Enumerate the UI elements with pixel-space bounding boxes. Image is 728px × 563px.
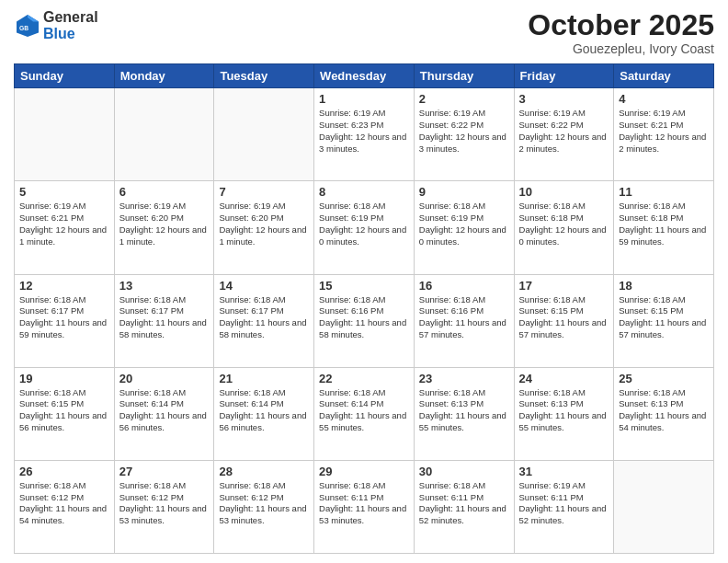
logo-icon: GB [14,12,41,40]
day-info: Sunrise: 6:18 AM Sunset: 6:17 PM Dayligh… [119,294,210,341]
table-row: 18Sunrise: 6:18 AM Sunset: 6:15 PM Dayli… [614,274,714,367]
table-row: 27Sunrise: 6:18 AM Sunset: 6:12 PM Dayli… [114,460,214,553]
table-row: 2Sunrise: 6:19 AM Sunset: 6:22 PM Daylig… [414,88,514,181]
day-info: Sunrise: 6:19 AM Sunset: 6:21 PM Dayligh… [619,108,709,155]
day-number: 3 [519,92,609,106]
table-row: 13Sunrise: 6:18 AM Sunset: 6:17 PM Dayli… [114,274,214,367]
table-row: 29Sunrise: 6:18 AM Sunset: 6:11 PM Dayli… [314,460,415,553]
table-row: 9Sunrise: 6:18 AM Sunset: 6:19 PM Daylig… [414,181,514,274]
day-number: 10 [519,185,609,199]
subtitle: Gouezepleu, Ivory Coast [528,41,714,56]
table-row: 26Sunrise: 6:18 AM Sunset: 6:12 PM Dayli… [15,460,115,553]
table-row: 16Sunrise: 6:18 AM Sunset: 6:16 PM Dayli… [414,274,514,367]
table-row: 11Sunrise: 6:18 AM Sunset: 6:18 PM Dayli… [614,181,714,274]
day-number: 31 [519,465,609,478]
day-number: 27 [119,465,210,478]
day-info: Sunrise: 6:18 AM Sunset: 6:15 PM Dayligh… [619,294,709,341]
day-number: 9 [419,185,509,199]
day-info: Sunrise: 6:19 AM Sunset: 6:21 PM Dayligh… [19,201,109,247]
day-number: 23 [419,372,509,385]
table-row: 28Sunrise: 6:18 AM Sunset: 6:12 PM Dayli… [214,460,314,553]
day-info: Sunrise: 6:18 AM Sunset: 6:15 PM Dayligh… [19,387,109,434]
logo-general: General [43,9,98,26]
page: GB General Blue October 2025 Gouezepleu,… [0,0,728,563]
day-info: Sunrise: 6:18 AM Sunset: 6:18 PM Dayligh… [519,201,609,247]
day-info: Sunrise: 6:18 AM Sunset: 6:17 PM Dayligh… [219,294,309,341]
day-number: 17 [519,279,609,293]
col-thursday: Thursday [414,64,514,88]
header: GB General Blue October 2025 Gouezepleu,… [14,9,714,56]
day-info: Sunrise: 6:18 AM Sunset: 6:14 PM Dayligh… [119,387,210,434]
table-row [214,88,314,181]
day-number: 25 [619,372,709,385]
day-info: Sunrise: 6:18 AM Sunset: 6:12 PM Dayligh… [119,480,210,527]
table-row: 5Sunrise: 6:19 AM Sunset: 6:21 PM Daylig… [15,181,115,274]
title-section: October 2025 Gouezepleu, Ivory Coast [528,9,714,56]
day-number: 24 [519,372,609,385]
table-row: 24Sunrise: 6:18 AM Sunset: 6:13 PM Dayli… [514,367,614,460]
day-number: 19 [19,372,109,385]
table-row: 15Sunrise: 6:18 AM Sunset: 6:16 PM Dayli… [314,274,415,367]
day-info: Sunrise: 6:19 AM Sunset: 6:11 PM Dayligh… [519,480,609,527]
table-row: 14Sunrise: 6:18 AM Sunset: 6:17 PM Dayli… [214,274,314,367]
day-info: Sunrise: 6:19 AM Sunset: 6:22 PM Dayligh… [519,108,609,155]
day-number: 12 [19,279,109,293]
day-info: Sunrise: 6:19 AM Sunset: 6:20 PM Dayligh… [119,201,210,247]
day-info: Sunrise: 6:18 AM Sunset: 6:16 PM Dayligh… [319,294,409,341]
table-row [15,88,115,181]
day-number: 11 [619,185,709,199]
table-row [114,88,214,181]
day-number: 30 [419,465,509,478]
table-row: 17Sunrise: 6:18 AM Sunset: 6:15 PM Dayli… [514,274,614,367]
day-info: Sunrise: 6:18 AM Sunset: 6:19 PM Dayligh… [419,201,509,247]
month-title: October 2025 [528,9,714,41]
day-number: 14 [219,279,309,293]
table-row: 4Sunrise: 6:19 AM Sunset: 6:21 PM Daylig… [614,88,714,181]
table-row: 25Sunrise: 6:18 AM Sunset: 6:13 PM Dayli… [614,367,714,460]
day-info: Sunrise: 6:18 AM Sunset: 6:18 PM Dayligh… [619,201,709,247]
table-row: 6Sunrise: 6:19 AM Sunset: 6:20 PM Daylig… [114,181,214,274]
day-number: 21 [219,372,309,385]
day-number: 5 [19,185,109,199]
col-monday: Monday [114,64,214,88]
table-row: 21Sunrise: 6:18 AM Sunset: 6:14 PM Dayli… [214,367,314,460]
day-info: Sunrise: 6:18 AM Sunset: 6:17 PM Dayligh… [19,294,109,341]
day-info: Sunrise: 6:18 AM Sunset: 6:14 PM Dayligh… [219,387,309,434]
table-row: 23Sunrise: 6:18 AM Sunset: 6:13 PM Dayli… [414,367,514,460]
day-number: 6 [119,185,210,199]
table-row: 3Sunrise: 6:19 AM Sunset: 6:22 PM Daylig… [514,88,614,181]
day-info: Sunrise: 6:18 AM Sunset: 6:14 PM Dayligh… [319,387,409,434]
table-row: 10Sunrise: 6:18 AM Sunset: 6:18 PM Dayli… [514,181,614,274]
table-row: 12Sunrise: 6:18 AM Sunset: 6:17 PM Dayli… [15,274,115,367]
day-number: 15 [319,279,409,293]
day-number: 4 [619,92,709,106]
svg-text:GB: GB [19,24,28,30]
day-info: Sunrise: 6:18 AM Sunset: 6:13 PM Dayligh… [519,387,609,434]
day-info: Sunrise: 6:18 AM Sunset: 6:11 PM Dayligh… [419,480,509,527]
day-number: 22 [319,372,409,385]
col-tuesday: Tuesday [214,64,314,88]
day-info: Sunrise: 6:19 AM Sunset: 6:22 PM Dayligh… [419,108,509,155]
table-row: 22Sunrise: 6:18 AM Sunset: 6:14 PM Dayli… [314,367,415,460]
logo: GB General Blue [14,9,98,41]
table-row: 20Sunrise: 6:18 AM Sunset: 6:14 PM Dayli… [114,367,214,460]
day-number: 2 [419,92,509,106]
table-row: 19Sunrise: 6:18 AM Sunset: 6:15 PM Dayli… [15,367,115,460]
col-wednesday: Wednesday [314,64,415,88]
calendar: Sunday Monday Tuesday Wednesday Thursday… [14,63,714,554]
day-info: Sunrise: 6:18 AM Sunset: 6:11 PM Dayligh… [319,480,409,527]
table-row [614,460,714,553]
day-info: Sunrise: 6:18 AM Sunset: 6:13 PM Dayligh… [619,387,709,434]
day-info: Sunrise: 6:18 AM Sunset: 6:12 PM Dayligh… [219,480,309,527]
day-number: 28 [219,465,309,478]
col-friday: Friday [514,64,614,88]
day-number: 16 [419,279,509,293]
day-info: Sunrise: 6:19 AM Sunset: 6:20 PM Dayligh… [219,201,309,247]
logo-blue: Blue [43,26,98,42]
day-number: 18 [619,279,709,293]
day-info: Sunrise: 6:18 AM Sunset: 6:19 PM Dayligh… [319,201,409,247]
day-number: 8 [319,185,409,199]
day-number: 29 [319,465,409,478]
col-saturday: Saturday [614,64,714,88]
col-sunday: Sunday [15,64,115,88]
